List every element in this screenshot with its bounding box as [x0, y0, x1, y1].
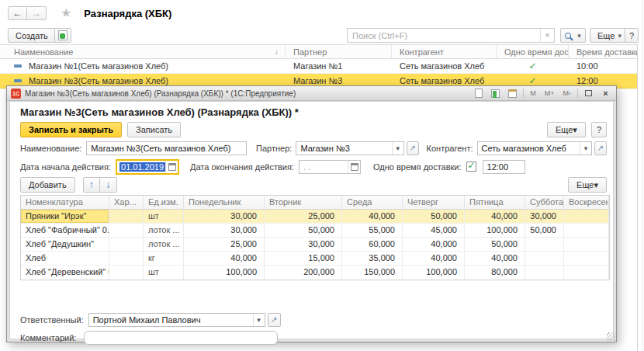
responsible-open-button[interactable]: ↗ — [268, 313, 281, 327]
column-header-counterparty[interactable]: Контрагент — [392, 45, 497, 58]
cell-characteristic — [109, 238, 144, 251]
move-up-button[interactable]: ↑ — [83, 177, 100, 193]
single-time-checkbox[interactable]: ✓ — [466, 162, 476, 172]
window-content: Магазин №3(Сеть магазинов Хлеб) (Разнаря… — [9, 101, 614, 339]
chevron-down-icon: ▾ — [577, 32, 581, 40]
forward-button[interactable]: → — [27, 6, 47, 20]
more-button[interactable]: Еще ▾ — [590, 28, 629, 43]
column-header-label: Партнер — [293, 47, 327, 57]
grid-row[interactable]: Хлеб "Дедушкин" лоток ... 25,000 30,000 … — [21, 238, 609, 252]
grid-col-characteristic[interactable]: Хар... — [109, 196, 144, 209]
form-command-bar: Записать и закрыть Записать Еще ▾ ? — [20, 122, 607, 138]
cell-saturday — [525, 266, 564, 280]
column-header-partner[interactable]: Партнер — [286, 45, 392, 58]
grid-col-thursday[interactable]: Четверг — [403, 196, 465, 209]
end-date-calendar-button[interactable] — [348, 161, 360, 173]
grid-col-tuesday[interactable]: Вторник — [265, 196, 342, 209]
back-arrow-icon: ← — [13, 8, 23, 19]
close-button[interactable]: × — [599, 88, 612, 99]
create-button[interactable]: Создать — [8, 28, 56, 43]
end-date-field[interactable]: . . — [299, 160, 361, 174]
form-more-button[interactable]: Еще ▾ — [547, 122, 586, 137]
column-header-name[interactable]: Наименование ↓ — [0, 45, 286, 58]
grid-row[interactable]: Хлеб "Деревенский" 0.68 шт 100,000 200,0… — [21, 266, 609, 280]
cell-monday: 100,000 — [184, 266, 265, 280]
search-options-button[interactable]: ▾ — [560, 28, 586, 43]
save-settings-button[interactable] — [472, 88, 485, 99]
move-down-button[interactable]: ↓ — [100, 177, 117, 193]
delivery-time-field[interactable]: 12:00 — [483, 160, 525, 174]
check-icon: ✓ — [497, 61, 569, 71]
grid-col-unit[interactable]: Ед.изм. — [144, 196, 184, 209]
grid-col-wednesday[interactable]: Среда — [342, 196, 403, 209]
form-help-button[interactable]: ? — [591, 122, 607, 137]
comment-input[interactable] — [84, 331, 278, 345]
column-header-single-time[interactable]: Одно время доставки — [497, 45, 569, 58]
list-item-icon — [14, 79, 22, 82]
grid-more-button[interactable]: Еще ▾ — [568, 177, 607, 193]
partner-combo[interactable]: Магазин №3 ▾ — [296, 141, 403, 155]
cell-unit: шт — [144, 210, 184, 223]
column-header-delivery-time[interactable]: Время доставки — [569, 45, 638, 58]
more-label: Еще — [576, 180, 594, 189]
cell-counterparty: Сеть магазинов Хлеб — [392, 61, 497, 71]
start-date-label: Дата начала действия: — [20, 162, 111, 172]
grid-row[interactable]: Пряники "Ирэк" шт 30,000 25,000 40,000 5… — [21, 210, 609, 224]
grid-row[interactable]: Хлеб кг 40,000 15,000 35,000 40,000 40,0… — [21, 252, 609, 266]
search-input[interactable] — [348, 29, 540, 42]
back-button[interactable]: ← — [8, 6, 27, 20]
cell-thursday: 100,000 — [403, 266, 465, 280]
grid-row[interactable]: Хлеб "Фабричный" 0.68 лоток ... 30,000 5… — [21, 224, 609, 238]
favorite-star-icon[interactable]: ★ — [61, 7, 71, 19]
add-row-button[interactable]: Добавить — [20, 177, 75, 193]
grid-col-monday[interactable]: Понедельник — [184, 196, 265, 209]
cell-sunday — [564, 238, 609, 251]
new-document-icon — [58, 30, 68, 40]
cell-nomenclature: Хлеб "Фабричный" 0.68 — [21, 224, 109, 237]
name-field[interactable]: Магазин №3(Сеть магазинов Хлеб) — [86, 141, 247, 155]
cell-unit: шт — [144, 266, 184, 280]
more-button-label: Еще — [597, 31, 615, 40]
window-titlebar[interactable]: 1С Магазин №3(Сеть магазинов Хлеб) (Разн… — [7, 86, 616, 101]
scale-m-minus-button[interactable]: M- — [561, 89, 574, 97]
counterparty-open-button[interactable]: ↗ — [594, 141, 607, 155]
clear-icon: × — [545, 31, 550, 40]
app-header: ← → ★ Разнарядка (ХБК) — [8, 5, 171, 22]
spreadsheet-button[interactable] — [489, 88, 502, 99]
scale-m-plus-button[interactable]: M+ — [542, 89, 557, 97]
calendar-button[interactable] — [506, 88, 519, 99]
cell-tuesday: 50,000 — [265, 224, 342, 237]
search-clear-button[interactable]: × — [540, 29, 554, 42]
partner-open-button[interactable]: ↗ — [407, 141, 419, 155]
partner-value: Магазин №3 — [296, 144, 391, 153]
grid-col-friday[interactable]: Пятница — [465, 196, 525, 209]
start-date-field[interactable]: 01.01.2019 — [116, 159, 179, 175]
cell-name: Магазин №1(Сеть магазинов Хлеб) — [29, 61, 168, 71]
help-button[interactable]: ? — [625, 28, 639, 43]
start-date-calendar-button[interactable] — [165, 161, 178, 173]
save-and-close-button[interactable]: Записать и закрыть — [20, 122, 122, 137]
titlebar-divider — [577, 89, 578, 98]
window-title: Магазин №3(Сеть магазинов Хлеб) (Разнаря… — [25, 89, 468, 98]
list-header: Наименование ↓ Партнер Контрагент Одно в… — [0, 44, 638, 59]
grid-col-nomenclature[interactable]: Номенклатура — [21, 196, 109, 209]
save-button[interactable]: Записать — [127, 122, 181, 137]
form-row-comment: Комментарий: — [20, 330, 607, 345]
1c-logo-icon: 1С — [11, 89, 21, 99]
maximize-button[interactable] — [582, 88, 595, 99]
resize-grip[interactable] — [607, 332, 615, 341]
create-new-group-button[interactable] — [54, 28, 71, 43]
scale-m-button[interactable]: M — [528, 89, 538, 97]
grid-col-saturday[interactable]: Суббота — [525, 196, 564, 209]
cell-tuesday: 25,000 — [265, 210, 342, 223]
cell-sunday — [564, 224, 609, 237]
counterparty-combo[interactable]: Сеть магазинов Хлеб ▾ — [477, 141, 593, 155]
arrow-up-icon: ↑ — [89, 179, 94, 190]
responsible-combo[interactable]: Портной Михаил Павлович ▾ — [88, 313, 265, 327]
grid-header: Номенклатура Хар... Ед.изм. Понедельник … — [21, 196, 609, 210]
table-row[interactable]: Магазин №1(Сеть магазинов Хлеб) Магазин … — [0, 59, 638, 74]
grid-col-sunday[interactable]: Воскресен... — [564, 196, 609, 209]
cell-delivery-time: 12:00 — [569, 76, 638, 85]
list-body: Магазин №1(Сеть магазинов Хлеб) Магазин … — [0, 59, 638, 89]
cell-sunday — [564, 210, 609, 223]
